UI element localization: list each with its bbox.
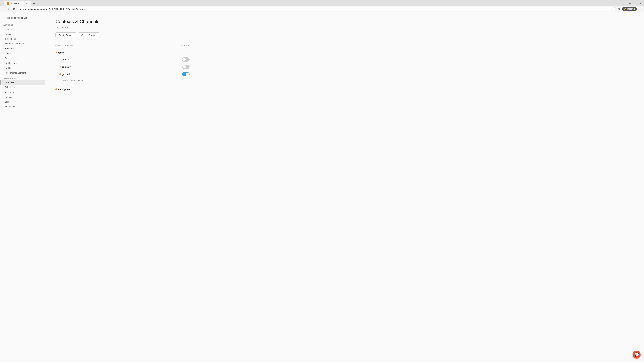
- learn-more-link[interactable]: Learn more ↗: [55, 26, 69, 28]
- workspace-section-label: Workspace: [0, 75, 45, 80]
- browser-toolbar: ‹ › ↻ 🔒 ☆ ⧉ 🕵 Incognito ⋮: [0, 6, 644, 12]
- table-header: CONTEXT/CHANNEL ENABLE: [55, 43, 190, 48]
- toggle-guests7[interactable]: [182, 65, 190, 69]
- refresh-button[interactable]: ↻: [12, 6, 16, 11]
- create-context-button[interactable]: Create Context: [55, 32, 76, 38]
- incognito-icon: 🕵: [624, 7, 626, 10]
- create-channel-in-work[interactable]: + Create channel in work: [55, 78, 190, 83]
- address-bar-wrapper: 🔒 ☆: [17, 7, 615, 11]
- action-buttons: Create Context Create Channel: [55, 32, 634, 38]
- browser-tab[interactable]: S Sunsama ✕: [4, 1, 31, 6]
- channel-row-general: # general: [55, 70, 190, 78]
- back-arrow-icon: ←: [3, 16, 6, 19]
- sidebar-item-account-management[interactable]: Account Management: [0, 70, 45, 75]
- new-tab-button[interactable]: +: [32, 1, 36, 6]
- channel-name-general: general: [62, 73, 70, 76]
- lock-icon: 🔒: [19, 8, 22, 10]
- sidebar-item-billing[interactable]: Billing: [0, 99, 45, 104]
- channel-row-guests7: # Guests7: [55, 63, 190, 70]
- back-label: Return to workspace: [7, 16, 27, 19]
- page-title: Contexts & Channels: [55, 19, 634, 24]
- external-link-icon: ↗: [67, 26, 69, 28]
- plus-icon: +: [59, 79, 61, 82]
- tab-favicon: S: [6, 2, 9, 5]
- sidebar-item-general[interactable]: General: [0, 27, 45, 31]
- menu-button[interactable]: ⋮: [638, 6, 643, 11]
- context-name-designers: Designers: [58, 88, 70, 91]
- return-to-workspace-link[interactable]: ← Return to workspace: [0, 15, 45, 22]
- sidebar-item-rituals[interactable]: Rituals: [0, 31, 45, 36]
- forward-button[interactable]: ›: [6, 6, 11, 11]
- sidebar-item-keyboard-shortcuts[interactable]: Keyboard Shortcuts: [0, 41, 45, 46]
- app-container: ← Return to workspace Account General Ri…: [0, 12, 644, 361]
- toggle-knob-general: [186, 72, 189, 76]
- back-button[interactable]: ‹: [1, 6, 6, 11]
- incognito-badge: 🕵 Incognito: [622, 7, 637, 11]
- sidebar-item-focus-bar[interactable]: Focus Bar: [0, 46, 45, 51]
- toggle-knob-guests7: [182, 65, 186, 68]
- minimize-button[interactable]: ─: [627, 1, 632, 6]
- sidebar-item-notifications[interactable]: Notifications: [0, 61, 45, 65]
- star-icon[interactable]: ☆: [611, 7, 613, 10]
- sidebar-item-profile[interactable]: Profile: [0, 65, 45, 70]
- create-channel-button[interactable]: Create Channel: [78, 32, 100, 38]
- context-row-designers[interactable]: # Designers: [55, 86, 190, 92]
- sidebar-item-privacy[interactable]: Privacy: [0, 94, 45, 99]
- sidebar-item-schedules[interactable]: Schedules: [0, 85, 45, 90]
- extensions-button[interactable]: ⧉: [616, 6, 621, 11]
- chat-bubble-button[interactable]: 💬: [632, 351, 641, 359]
- channel-left-guests7: # Guests7: [59, 65, 71, 68]
- account-section-label: Account: [0, 22, 45, 27]
- context-hash-designers: #: [55, 88, 57, 91]
- channel-row-guests: # Guests: [55, 56, 190, 63]
- sidebar-item-members[interactable]: Members: [0, 90, 45, 94]
- context-hash-work: #: [55, 51, 57, 54]
- channel-name-guests7: Guests7: [62, 65, 71, 68]
- toggle-knob-guests: [182, 58, 186, 61]
- context-name-work: work: [58, 51, 64, 54]
- enable-header: ENABLE: [182, 44, 190, 46]
- tab-close-button[interactable]: ✕: [25, 2, 28, 5]
- close-button[interactable]: ✕: [638, 1, 643, 6]
- channel-name-guests: Guests: [62, 58, 70, 61]
- context-channel-header: CONTEXT/CHANNEL: [55, 44, 75, 46]
- channel-left-general: # general: [59, 73, 70, 76]
- browser-chrome: S Sunsama ✕ + ─ ❐ ✕ ‹ › ↻ 🔒 ☆ ⧉ 🕵 I: [0, 0, 644, 12]
- channel-table: CONTEXT/CHANNEL ENABLE # work # Guests: [55, 43, 190, 92]
- channel-hash-guests: #: [59, 58, 61, 61]
- chat-bubble-icon: 💬: [634, 353, 639, 357]
- sidebar: ← Return to workspace Account General Ri…: [0, 12, 45, 361]
- sidebar-item-focus[interactable]: Focus: [0, 51, 45, 56]
- incognito-label: Incognito: [627, 8, 635, 10]
- restore-button[interactable]: ❐: [632, 1, 637, 6]
- sidebar-item-timeboxing[interactable]: Timeboxing: [0, 36, 45, 41]
- window-controls: [1, 3, 4, 4]
- context-row-work[interactable]: # work: [55, 49, 190, 56]
- create-channel-in-work-label: Create channel in work: [62, 79, 84, 82]
- address-bar[interactable]: [23, 8, 610, 10]
- sidebar-item-workspace[interactable]: Workspace: [0, 104, 45, 109]
- toggle-guests[interactable]: [182, 57, 190, 61]
- sidebar-item-channels[interactable]: Channels: [0, 80, 45, 85]
- main-content: Contexts & Channels Learn more ↗ Create …: [45, 12, 644, 361]
- sidebar-item-beta[interactable]: Beta: [0, 56, 45, 61]
- channel-left-guests: # Guests: [59, 58, 70, 61]
- learn-more-label: Learn more: [55, 26, 66, 28]
- tab-title: Sunsama: [10, 2, 24, 4]
- channel-hash-guests7: #: [59, 65, 61, 68]
- channel-hash-general: #: [59, 73, 61, 76]
- toggle-general[interactable]: [182, 72, 190, 76]
